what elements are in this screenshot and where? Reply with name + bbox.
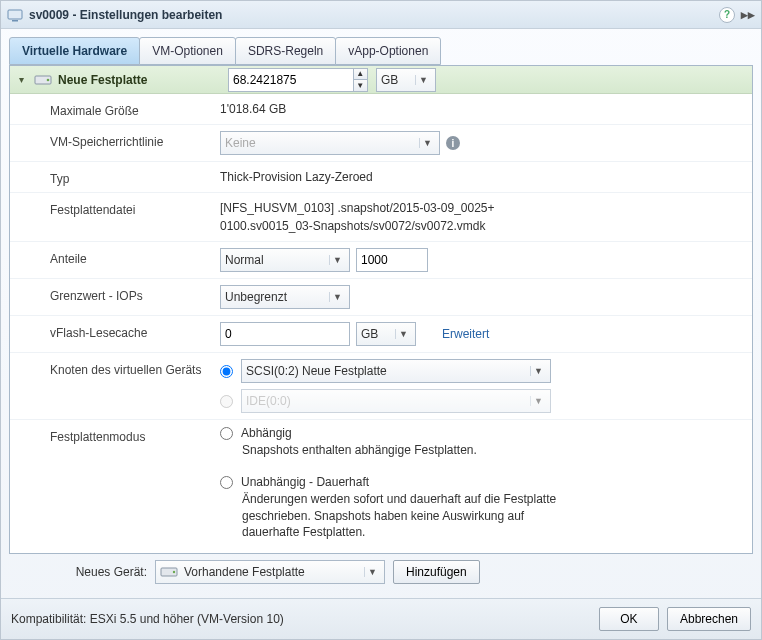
shares-level-select[interactable]: Normal ▼	[220, 248, 350, 272]
ok-button[interactable]: OK	[599, 607, 659, 631]
chevron-down-icon: ▼	[395, 329, 411, 339]
compatibility-text: Kompatibilität: ESXi 5.5 und höher (VM-V…	[11, 612, 284, 626]
spinner-down-icon[interactable]: ▼	[354, 80, 367, 91]
harddisk-icon	[160, 566, 178, 578]
help-icon[interactable]: ?	[719, 7, 735, 23]
vflash-unit-select[interactable]: GB ▼	[356, 322, 416, 346]
tab-hardware[interactable]: Virtuelle Hardware	[9, 37, 140, 65]
svg-rect-0	[8, 10, 22, 19]
new-device-select[interactable]: Vorhandene Festplatte ▼	[155, 560, 385, 584]
chevron-down-icon: ▼	[415, 75, 431, 85]
chevron-down-icon: ▼	[329, 255, 345, 265]
tab-sdrs[interactable]: SDRS-Regeln	[235, 37, 336, 65]
storage-policy-select[interactable]: Keine ▼	[220, 131, 440, 155]
disk-size-unit-select[interactable]: GB ▼	[376, 68, 436, 92]
tabstrip: Virtuelle Hardware VM-Optionen SDRS-Rege…	[9, 37, 753, 65]
hardware-panel: ▾ Neue Festplatte ▲ ▼ GB ▼	[9, 65, 753, 554]
panel-toggle-icon[interactable]: ▸▸	[741, 7, 755, 22]
content-area: Virtuelle Hardware VM-Optionen SDRS-Rege…	[1, 29, 761, 598]
row-iops-limit: Grenzwert - IOPs Unbegrenzt ▼	[10, 279, 752, 316]
edit-settings-window: sv0009 - Einstellungen bearbeiten ? ▸▸ V…	[0, 0, 762, 640]
svg-point-5	[173, 571, 175, 573]
tab-vm-options[interactable]: VM-Optionen	[139, 37, 236, 65]
mode-dependent-radio[interactable]	[220, 427, 233, 440]
row-vflash: vFlash-Lesecache GB ▼ Erweitert	[10, 316, 752, 353]
vflash-value-input[interactable]	[220, 322, 350, 346]
node-scsi-select[interactable]: SCSI(0:2) Neue Festplatte ▼	[241, 359, 551, 383]
tab-vapp[interactable]: vApp-Optionen	[335, 37, 441, 65]
disk-section-header[interactable]: ▾ Neue Festplatte ▲ ▼ GB ▼	[10, 66, 752, 94]
row-type: Typ Thick-Provision Lazy-Zeroed	[10, 162, 752, 193]
chevron-down-icon: ▼	[530, 396, 546, 406]
node-scsi-radio[interactable]	[220, 365, 233, 378]
chevron-down-icon: ▼	[419, 138, 435, 148]
chevron-down-icon: ▼	[329, 292, 345, 302]
disk-file-value: [NFS_HUSVM_0103] .snapshot/2015-03-09_00…	[220, 199, 500, 235]
cancel-button[interactable]: Abbrechen	[667, 607, 751, 631]
window-title: sv0009 - Einstellungen bearbeiten	[29, 8, 222, 22]
row-device-node: Knoten des virtuellen Geräts SCSI(0:2) N…	[10, 353, 752, 420]
provision-type-value: Thick-Provision Lazy-Zeroed	[220, 168, 373, 186]
mode-independent-persistent-radio[interactable]	[220, 476, 233, 489]
row-disk-mode: Festplattenmodus Abhängig Snapshots enth…	[10, 420, 752, 554]
section-title: Neue Festplatte	[58, 73, 228, 87]
vflash-advanced-link[interactable]: Erweitert	[442, 327, 489, 341]
disk-size-spinner[interactable]: ▲ ▼	[228, 68, 368, 92]
node-ide-radio	[220, 395, 233, 408]
svg-point-3	[47, 78, 50, 81]
iops-limit-select[interactable]: Unbegrenzt ▼	[220, 285, 350, 309]
row-disk-file: Festplattendatei [NFS_HUSVM_0103] .snaps…	[10, 193, 752, 242]
vm-icon	[7, 8, 23, 22]
collapse-toggle-icon[interactable]: ▾	[14, 74, 28, 85]
row-shares: Anteile Normal ▼	[10, 242, 752, 279]
node-ide-select: IDE(0:0) ▼	[241, 389, 551, 413]
bottom-bar: Kompatibilität: ESXi 5.5 und höher (VM-V…	[1, 598, 761, 639]
harddisk-icon	[34, 73, 52, 87]
row-storage-policy: VM-Speicherrichtlinie Keine ▼ i	[10, 125, 752, 162]
chevron-down-icon: ▼	[530, 366, 546, 376]
max-size-value: 1'018.64 GB	[220, 100, 286, 118]
info-icon[interactable]: i	[446, 136, 460, 150]
new-device-row: Neues Gerät: Vorhandene Festplatte ▼ Hin…	[9, 554, 753, 590]
shares-value-input[interactable]	[356, 248, 428, 272]
svg-rect-1	[12, 20, 18, 22]
spinner-up-icon[interactable]: ▲	[354, 69, 367, 81]
add-device-button[interactable]: Hinzufügen	[393, 560, 480, 584]
row-max-size: Maximale Größe 1'018.64 GB	[10, 94, 752, 125]
titlebar: sv0009 - Einstellungen bearbeiten ? ▸▸	[1, 1, 761, 29]
chevron-down-icon: ▼	[364, 567, 380, 577]
disk-size-input[interactable]	[229, 69, 353, 91]
